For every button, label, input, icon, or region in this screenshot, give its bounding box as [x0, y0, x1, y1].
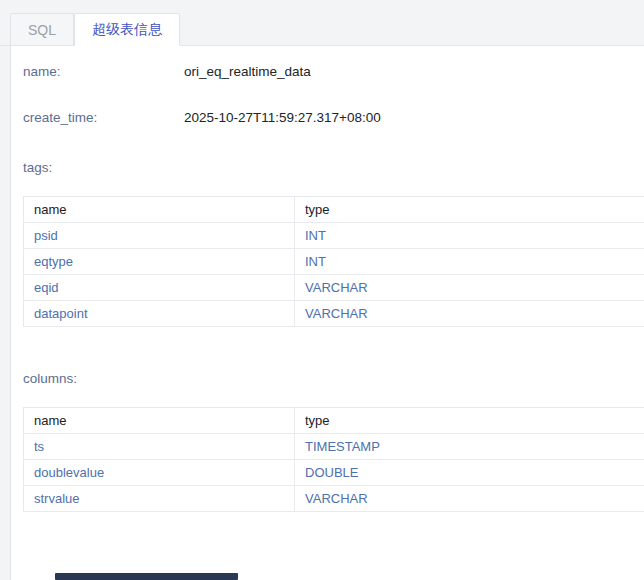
table-row: eqtype INT [24, 249, 644, 275]
table-row: eqid VARCHAR [24, 275, 644, 301]
tag-name-cell: psid [24, 223, 295, 249]
tag-type-cell: INT [295, 249, 644, 275]
columns-header-row: name type [24, 408, 644, 434]
table-row: strvalue VARCHAR [24, 486, 644, 512]
field-name-label: name: [23, 64, 184, 79]
tab-supertable-info-label: 超级表信息 [92, 21, 162, 39]
section-label-tags: tags: [23, 160, 644, 175]
tag-name-cell: eqtype [24, 249, 295, 275]
tab-supertable-info[interactable]: 超级表信息 [74, 13, 180, 46]
tag-name-cell: eqid [24, 275, 295, 301]
column-type-cell: TIMESTAMP [295, 434, 644, 460]
column-type-cell: DOUBLE [295, 460, 644, 486]
tag-type-cell: INT [295, 223, 644, 249]
field-create-time-value: 2025-10-27T11:59:27.317+08:00 [184, 110, 381, 125]
section-label-columns: columns: [23, 371, 644, 386]
table-row: doublevalue DOUBLE [24, 460, 644, 486]
column-name-cell: ts [24, 434, 295, 460]
column-name-cell: doublevalue [24, 460, 295, 486]
supertable-info-page: SQL 超级表信息 name: ori_eq_realtime_data cre… [0, 0, 644, 580]
column-type-cell: VARCHAR [295, 486, 644, 512]
tags-header-type: type [295, 197, 644, 223]
tag-type-cell: VARCHAR [295, 301, 644, 327]
tag-type-cell: VARCHAR [295, 275, 644, 301]
tag-name-cell: datapoint [24, 301, 295, 327]
tab-sql-label: SQL [28, 22, 56, 38]
field-create-time: create_time: 2025-10-27T11:59:27.317+08:… [11, 110, 644, 125]
tags-table: name type psid INT eqtype INT eqid VARCH… [23, 196, 644, 327]
table-row: psid INT [24, 223, 644, 249]
section-spacer [11, 327, 644, 371]
tab-sql[interactable]: SQL [10, 13, 74, 46]
horizontal-scrollbar-thumb[interactable] [55, 573, 238, 580]
table-row: ts TIMESTAMP [24, 434, 644, 460]
column-name-cell: strvalue [24, 486, 295, 512]
field-name: name: ori_eq_realtime_data [11, 64, 644, 79]
table-row: datapoint VARCHAR [24, 301, 644, 327]
tags-header-name: name [24, 197, 295, 223]
tags-header-row: name type [24, 197, 644, 223]
columns-table: name type ts TIMESTAMP doublevalue DOUBL… [23, 407, 644, 512]
columns-header-type: type [295, 408, 644, 434]
field-create-time-label: create_time: [23, 110, 184, 125]
field-name-value: ori_eq_realtime_data [184, 64, 311, 79]
columns-header-name: name [24, 408, 295, 434]
content-panel: name: ori_eq_realtime_data create_time: … [10, 46, 644, 580]
tab-bar: SQL 超级表信息 [0, 0, 644, 46]
